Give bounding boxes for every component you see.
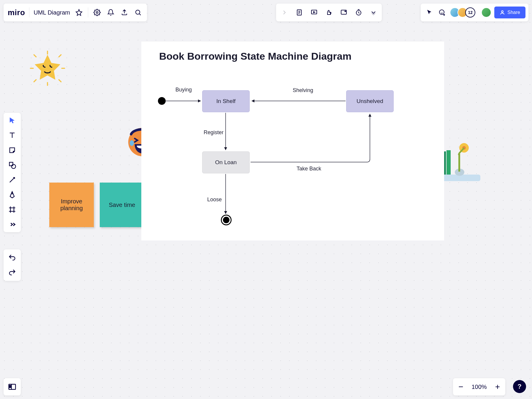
shape-tool[interactable] xyxy=(8,161,16,169)
present-icon[interactable] xyxy=(309,8,319,17)
zoom-in-button[interactable]: + xyxy=(495,383,500,391)
zoom-level[interactable]: 100% xyxy=(471,384,487,390)
svg-rect-45 xyxy=(446,150,451,175)
state-in-shelf[interactable]: In Shelf xyxy=(202,90,250,112)
svg-point-11 xyxy=(439,10,444,15)
export-icon[interactable] xyxy=(120,8,129,17)
transition-loose[interactable]: Loose xyxy=(207,197,222,203)
diagram-title[interactable]: Book Borrowing State Machine Diagram xyxy=(159,50,352,62)
transition-buying[interactable]: Buying xyxy=(175,87,192,93)
search-icon[interactable] xyxy=(133,8,143,17)
vote-icon[interactable] xyxy=(324,8,334,17)
topbar-apps xyxy=(276,4,382,21)
svg-point-0 xyxy=(96,12,98,13)
svg-line-33 xyxy=(59,55,61,57)
pen-tool[interactable] xyxy=(8,191,16,199)
separator xyxy=(88,7,88,18)
topbar-right: 12 Share xyxy=(421,4,528,21)
svg-point-1 xyxy=(136,10,140,14)
current-user-avatar[interactable] xyxy=(481,7,491,18)
frame-tool[interactable] xyxy=(8,205,16,214)
zoom-out-button[interactable]: − xyxy=(458,383,463,391)
text-tool[interactable] xyxy=(8,131,16,140)
initial-state-node[interactable] xyxy=(158,97,166,105)
comment-icon[interactable] xyxy=(339,8,349,17)
share-button[interactable]: Share xyxy=(494,7,525,18)
svg-point-37 xyxy=(130,140,134,146)
board-title[interactable]: UML Diagram xyxy=(34,9,70,16)
more-tools[interactable] xyxy=(8,220,16,229)
transition-register[interactable]: Register xyxy=(204,129,224,136)
left-toolbar xyxy=(4,113,21,232)
transition-shelving[interactable]: Shelving xyxy=(293,87,313,94)
panel-toggle-button[interactable] xyxy=(4,378,21,395)
chevron-right-icon[interactable] xyxy=(280,8,289,17)
cursor-tracking-icon[interactable] xyxy=(425,8,434,17)
final-state-node[interactable] xyxy=(221,215,232,225)
topbar-left: miro UML Diagram xyxy=(4,4,147,21)
settings-icon[interactable] xyxy=(92,8,102,17)
svg-rect-26 xyxy=(10,385,11,386)
avatar-overflow-count[interactable]: 12 xyxy=(465,7,475,18)
separator xyxy=(29,7,29,18)
bell-icon[interactable] xyxy=(106,8,115,17)
svg-point-9 xyxy=(345,11,346,12)
sticky-tool[interactable] xyxy=(8,146,16,154)
svg-line-32 xyxy=(34,55,36,57)
miro-logo[interactable]: miro xyxy=(8,8,25,17)
undo-button[interactable] xyxy=(8,254,16,262)
star-sticker[interactable] xyxy=(30,50,65,86)
svg-rect-27 xyxy=(10,387,11,388)
redo-button[interactable] xyxy=(8,268,16,277)
sticky-note-teal[interactable]: Save time xyxy=(100,183,144,227)
sticky-note-orange[interactable]: Improve planning xyxy=(49,183,94,227)
timer-icon[interactable] xyxy=(354,8,363,17)
transition-take-back[interactable]: Take Back xyxy=(297,166,321,172)
svg-marker-7 xyxy=(314,12,315,13)
state-unshelved[interactable]: Unshelved xyxy=(346,90,394,112)
svg-line-34 xyxy=(34,80,36,82)
reactions-icon[interactable] xyxy=(437,8,447,17)
zoom-controls: − 100% + xyxy=(453,378,505,395)
diagram-frame[interactable]: Book Borrowing State Machine Diagram In … xyxy=(141,42,444,240)
connector-tool[interactable] xyxy=(8,176,16,184)
undo-redo-panel xyxy=(4,249,21,281)
collaborator-avatars[interactable]: 12 xyxy=(450,7,475,18)
svg-rect-47 xyxy=(458,154,460,172)
svg-rect-17 xyxy=(10,162,13,166)
svg-point-18 xyxy=(12,164,16,169)
more-apps-icon[interactable] xyxy=(369,8,378,17)
select-tool[interactable] xyxy=(8,116,16,125)
notes-icon[interactable] xyxy=(294,8,304,17)
help-button[interactable]: ? xyxy=(513,380,526,393)
svg-point-16 xyxy=(501,11,503,12)
state-on-loan[interactable]: On Loan xyxy=(202,151,250,173)
star-icon[interactable] xyxy=(74,8,84,17)
share-label: Share xyxy=(507,10,520,15)
svg-line-35 xyxy=(59,80,61,82)
